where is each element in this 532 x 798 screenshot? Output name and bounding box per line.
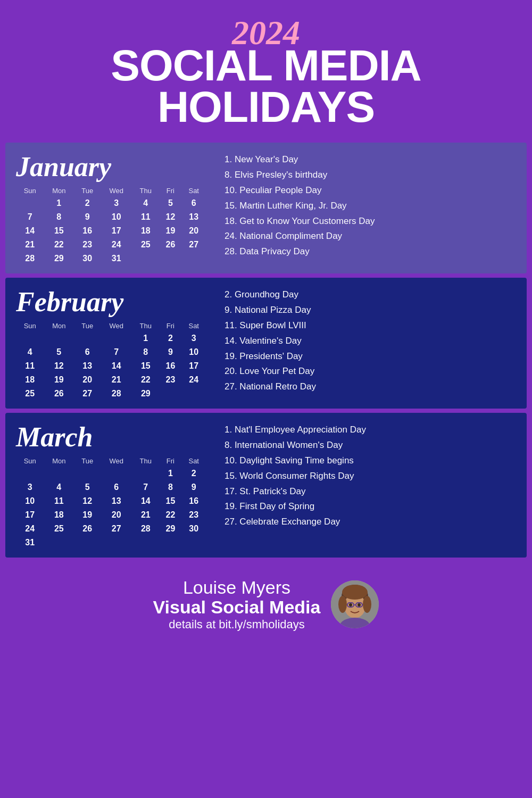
svg-point-3 [342, 585, 368, 600]
calendar-day [159, 252, 181, 265]
holidays-list-container: 2. Groundhog Day9. National Pizza Day11.… [214, 278, 527, 409]
day-header: Wed [101, 185, 132, 196]
calendar-day: 3 [181, 331, 206, 345]
day-header: Mon [44, 455, 74, 467]
calendar-day: 12 [44, 359, 74, 373]
calendar-day: 19 [159, 224, 181, 238]
calendar-day: 10 [101, 210, 132, 224]
calendar-day: 18 [44, 508, 74, 522]
calendar-day: 28 [101, 387, 132, 401]
calendar-day [159, 536, 181, 550]
calendar-day: 12 [74, 494, 101, 508]
calendar-day: 6 [74, 345, 101, 359]
calendar-day: 26 [74, 522, 101, 536]
months-container: JanuarySunMonTueWedThuFriSat123456789101… [0, 143, 532, 558]
calendar-day: 9 [74, 210, 101, 224]
calendar-day: 16 [74, 224, 101, 238]
calendar-day: 5 [74, 480, 101, 494]
calendar-day: 8 [159, 480, 181, 494]
calendar-day: 19 [74, 508, 101, 522]
calendar-day: 17 [16, 508, 44, 522]
calendar-day [101, 536, 132, 550]
calendar-day: 7 [16, 210, 44, 224]
calendar-day: 23 [181, 508, 206, 522]
calendar-day: 27 [101, 522, 132, 536]
calendar-day: 11 [44, 494, 74, 508]
holiday-item: 11. Super Bowl LVIII [225, 318, 519, 334]
calendar-day [181, 387, 206, 401]
holiday-item: 14. Valentine's Day [225, 334, 519, 349]
month-name: February [16, 288, 206, 316]
holiday-item: 2. Groundhog Day [225, 287, 519, 303]
calendar-day [44, 536, 74, 550]
day-header: Mon [44, 320, 74, 331]
calendar-day: 21 [101, 373, 132, 387]
calendar-day: 4 [16, 345, 44, 359]
calendar-day: 18 [132, 224, 159, 238]
month-section-february: FebruarySunMonTueWedThuFriSat12345678910… [5, 278, 527, 409]
calendar-day: 24 [16, 522, 44, 536]
calendar-day: 27 [74, 387, 101, 401]
calendar-day: 5 [159, 196, 181, 210]
calendar-day: 25 [16, 387, 44, 401]
footer-url: details at bit.ly/smholidays [153, 618, 321, 631]
day-header: Sat [181, 455, 206, 467]
calendar-day: 1 [132, 331, 159, 345]
calendar-day: 18 [16, 373, 44, 387]
calendar-day: 6 [181, 196, 206, 210]
calendar-day: 3 [16, 480, 44, 494]
footer: Louise Myers Visual Social Media details… [0, 562, 532, 647]
calendar-day [132, 467, 159, 480]
calendar-day: 30 [181, 522, 206, 536]
page-header: 2024 SOCIAL MEDIA HOLIDAYS [0, 0, 532, 138]
calendar-day: 9 [181, 480, 206, 494]
calendar-day: 17 [101, 224, 132, 238]
page-title: SOCIAL MEDIA HOLIDAYS [11, 45, 521, 128]
calendar-day: 9 [159, 345, 181, 359]
calendar-grid: SunMonTueWedThuFriSat1234567891011121314… [16, 455, 206, 550]
calendar-day: 8 [44, 210, 74, 224]
holidays-list-container: 1. New Year's Day8. Elvis Presley's birt… [214, 143, 527, 273]
holidays-list-container: 1. Nat'l Employee Appreciation Day8. Int… [214, 413, 527, 558]
day-header: Thu [132, 320, 159, 331]
calendar-day: 29 [132, 387, 159, 401]
holiday-item: 15. World Consumer Rights Day [225, 469, 519, 484]
holiday-item: 19. First Day of Spring [225, 499, 519, 514]
calendar-day: 13 [74, 359, 101, 373]
calendar-day [74, 536, 101, 550]
footer-brand: Visual Social Media [153, 597, 321, 617]
holiday-item: 8. International Women's Day [225, 438, 519, 453]
calendar-february: FebruarySunMonTueWedThuFriSat12345678910… [5, 278, 214, 409]
calendar-day: 14 [16, 224, 44, 238]
calendar-day: 26 [159, 238, 181, 252]
day-header: Wed [101, 455, 132, 467]
calendar-grid: SunMonTueWedThuFriSat1234567891011121314… [16, 320, 206, 401]
calendar-day: 22 [132, 373, 159, 387]
month-name: March [16, 423, 206, 451]
svg-point-4 [338, 596, 347, 613]
svg-point-5 [363, 596, 371, 613]
holiday-item: 9. National Pizza Day [225, 303, 519, 318]
day-header: Sun [16, 185, 44, 196]
calendar-day: 16 [159, 359, 181, 373]
calendar-day: 30 [74, 252, 101, 265]
calendar-day [44, 331, 74, 345]
holiday-item: 10. Daylight Saving Time begins [225, 453, 519, 469]
calendar-day: 10 [16, 494, 44, 508]
day-header: Sat [181, 320, 206, 331]
footer-text: Louise Myers Visual Social Media details… [153, 578, 321, 631]
calendar-day [74, 331, 101, 345]
month-section-march: MarchSunMonTueWedThuFriSat12345678910111… [5, 413, 527, 558]
calendar-day [44, 467, 74, 480]
calendar-grid: SunMonTueWedThuFriSat1234567891011121314… [16, 185, 206, 265]
calendar-day: 29 [159, 522, 181, 536]
holiday-item: 19. Presidents' Day [225, 349, 519, 364]
calendar-day: 1 [44, 196, 74, 210]
day-header: Sat [181, 185, 206, 196]
holiday-item: 1. New Year's Day [225, 152, 519, 168]
calendar-day: 15 [132, 359, 159, 373]
calendar-day: 4 [44, 480, 74, 494]
calendar-day: 29 [44, 252, 74, 265]
calendar-day [16, 331, 44, 345]
calendar-day [132, 252, 159, 265]
